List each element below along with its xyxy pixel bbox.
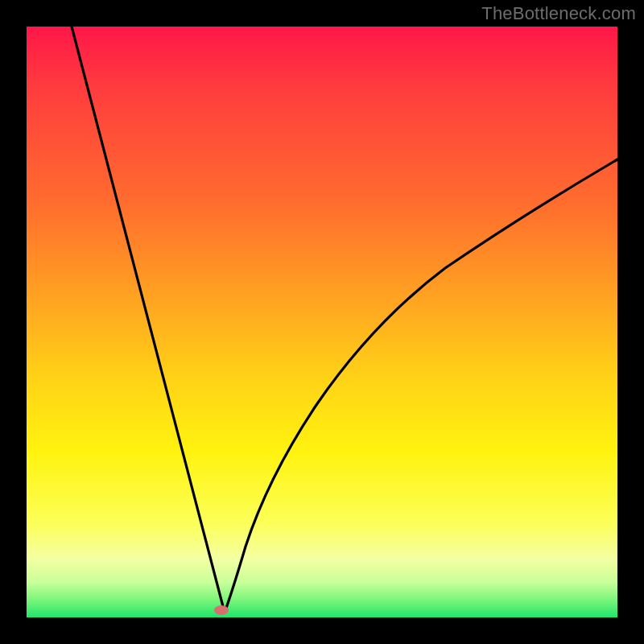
curve-left-branch	[72, 27, 225, 613]
chart-frame: TheBottleneck.com	[0, 0, 644, 644]
bottleneck-curve	[27, 27, 617, 617]
plot-area	[27, 27, 617, 617]
watermark-text: TheBottleneck.com	[481, 3, 636, 24]
curve-right-branch	[225, 159, 617, 613]
optimal-marker	[214, 605, 229, 615]
